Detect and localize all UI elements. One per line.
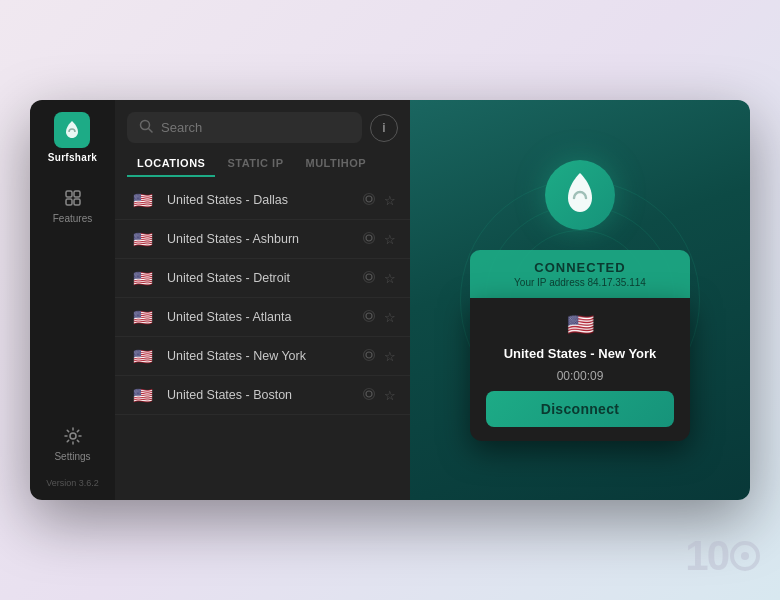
signal-icon[interactable] xyxy=(362,231,376,248)
location-actions: ☆ xyxy=(362,348,396,365)
favorite-icon[interactable]: ☆ xyxy=(384,193,396,208)
search-bar: i xyxy=(115,100,410,151)
locations-list: 🇺🇸 United States - Dallas ☆ 🇺🇸 United St… xyxy=(115,181,410,500)
svg-point-17 xyxy=(366,391,372,397)
location-name: United States - Detroit xyxy=(167,271,352,285)
favorite-icon[interactable]: ☆ xyxy=(384,388,396,403)
location-actions: ☆ xyxy=(362,270,396,287)
logo-text: Surfshark xyxy=(48,152,97,163)
sidebar-item-settings[interactable]: Settings xyxy=(38,417,108,470)
app-logo[interactable]: Surfshark xyxy=(48,112,97,163)
svg-point-15 xyxy=(366,352,372,358)
list-item[interactable]: 🇺🇸 United States - Atlanta ☆ xyxy=(115,298,410,337)
connection-info-card: 🇺🇸 United States - New York 00:00:09 Dis… xyxy=(470,298,690,441)
connection-flag: 🇺🇸 xyxy=(567,312,594,338)
tab-static-ip[interactable]: STATIC IP xyxy=(217,151,293,177)
signal-icon[interactable] xyxy=(362,387,376,404)
svg-line-6 xyxy=(149,129,153,133)
connected-card: CONNECTED Your IP address 84.17.35.114 xyxy=(470,250,690,298)
list-item[interactable]: 🇺🇸 United States - Dallas ☆ xyxy=(115,181,410,220)
svg-rect-1 xyxy=(74,191,80,197)
flag-icon: 🇺🇸 xyxy=(129,269,157,287)
search-input[interactable] xyxy=(161,120,350,135)
svg-point-14 xyxy=(364,310,375,321)
connection-timer: 00:00:09 xyxy=(557,369,604,383)
svg-rect-3 xyxy=(74,199,80,205)
tab-locations[interactable]: LOCATIONS xyxy=(127,151,215,177)
connection-location: United States - New York xyxy=(504,346,657,361)
info-button[interactable]: i xyxy=(370,114,398,142)
svg-point-4 xyxy=(70,433,76,439)
sidebar-item-features[interactable]: Features xyxy=(38,179,108,232)
list-item[interactable]: 🇺🇸 United States - Detroit ☆ xyxy=(115,259,410,298)
svg-point-8 xyxy=(364,193,375,204)
favorite-icon[interactable]: ☆ xyxy=(384,232,396,247)
app-window: Surfshark Features xyxy=(30,100,750,500)
sidebar-nav: Features xyxy=(38,179,108,409)
watermark-dot xyxy=(741,552,749,560)
flag-icon: 🇺🇸 xyxy=(129,347,157,365)
search-icon xyxy=(139,119,153,136)
favorite-icon[interactable]: ☆ xyxy=(384,349,396,364)
tabs-row: LOCATIONS STATIC IP MULTIHOP xyxy=(115,151,410,177)
settings-label: Settings xyxy=(54,451,90,462)
left-panel: i LOCATIONS STATIC IP MULTIHOP 🇺🇸 United… xyxy=(115,100,410,500)
settings-icon xyxy=(62,425,84,447)
location-name: United States - Boston xyxy=(167,388,352,402)
location-name: United States - Dallas xyxy=(167,193,352,207)
signal-icon[interactable] xyxy=(362,192,376,209)
watermark: 10 xyxy=(685,532,760,580)
list-item[interactable]: 🇺🇸 United States - New York ☆ xyxy=(115,337,410,376)
signal-icon[interactable] xyxy=(362,348,376,365)
svg-point-11 xyxy=(366,274,372,280)
location-name: United States - Atlanta xyxy=(167,310,352,324)
list-item[interactable]: 🇺🇸 United States - Ashburn ☆ xyxy=(115,220,410,259)
signal-icon[interactable] xyxy=(362,270,376,287)
svg-point-18 xyxy=(364,388,375,399)
features-label: Features xyxy=(53,213,92,224)
features-icon xyxy=(62,187,84,209)
svg-rect-2 xyxy=(66,199,72,205)
svg-rect-0 xyxy=(66,191,72,197)
location-actions: ☆ xyxy=(362,387,396,404)
flag-icon: 🇺🇸 xyxy=(129,386,157,404)
flag-icon: 🇺🇸 xyxy=(129,308,157,326)
ip-address-text: Your IP address 84.17.35.114 xyxy=(486,277,674,288)
watermark-number: 10 xyxy=(685,532,728,580)
surfshark-logo-main xyxy=(545,160,615,230)
svg-point-16 xyxy=(364,349,375,360)
flag-icon: 🇺🇸 xyxy=(129,230,157,248)
connected-status: CONNECTED xyxy=(486,260,674,275)
connection-flag-row: 🇺🇸 xyxy=(567,312,594,338)
signal-icon[interactable] xyxy=(362,309,376,326)
watermark-circle xyxy=(730,541,760,571)
list-item[interactable]: 🇺🇸 United States - Boston ☆ xyxy=(115,376,410,415)
favorite-icon[interactable]: ☆ xyxy=(384,271,396,286)
svg-point-12 xyxy=(364,271,375,282)
sidebar: Surfshark Features xyxy=(30,100,115,500)
svg-point-13 xyxy=(366,313,372,319)
right-panel: CONNECTED Your IP address 84.17.35.114 🇺… xyxy=(410,100,750,500)
svg-point-7 xyxy=(366,196,372,202)
svg-point-10 xyxy=(364,232,375,243)
location-actions: ☆ xyxy=(362,309,396,326)
search-wrapper[interactable] xyxy=(127,112,362,143)
tab-multihop[interactable]: MULTIHOP xyxy=(296,151,377,177)
location-name: United States - New York xyxy=(167,349,352,363)
version-text: Version 3.6.2 xyxy=(46,478,99,488)
location-name: United States - Ashburn xyxy=(167,232,352,246)
disconnect-button[interactable]: Disconnect xyxy=(486,391,674,427)
svg-point-9 xyxy=(366,235,372,241)
sidebar-bottom: Settings Version 3.6.2 xyxy=(38,417,108,488)
favorite-icon[interactable]: ☆ xyxy=(384,310,396,325)
flag-icon: 🇺🇸 xyxy=(129,191,157,209)
location-actions: ☆ xyxy=(362,231,396,248)
location-actions: ☆ xyxy=(362,192,396,209)
logo-icon xyxy=(54,112,90,148)
